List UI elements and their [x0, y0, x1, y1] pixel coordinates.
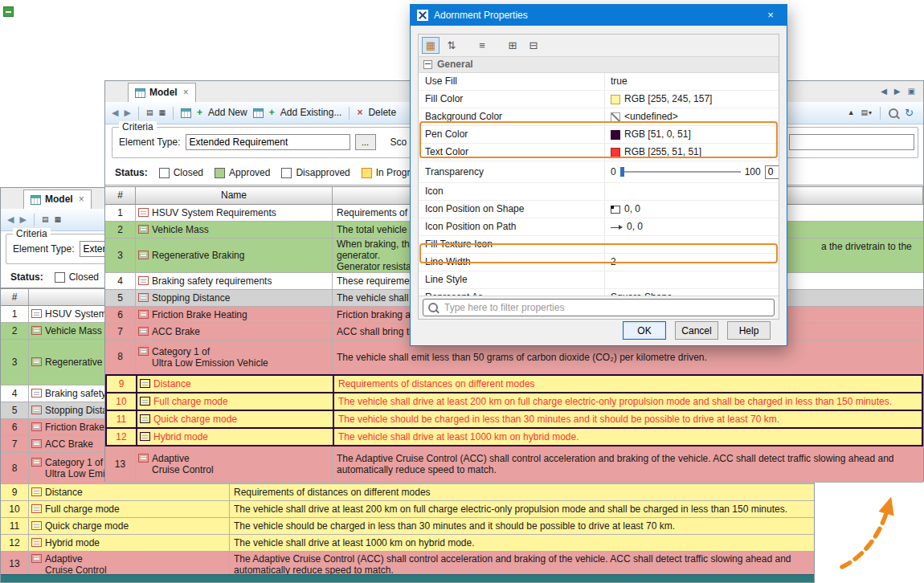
- row-text-cell[interactable]: The Adaptive Cruise Control (ACC) shall …: [333, 446, 923, 482]
- group-header-general[interactable]: General: [419, 57, 779, 73]
- cancel-button[interactable]: Cancel: [675, 321, 718, 340]
- back-icon[interactable]: ◀: [112, 108, 118, 118]
- add-existing-button[interactable]: Add Existing...: [280, 107, 342, 118]
- row-name-cell[interactable]: Hybrid mode: [29, 535, 230, 551]
- status-disapproved-checkbox[interactable]: [281, 168, 292, 178]
- table-row-adorned[interactable]: 10 Full charge mode The vehicle shall dr…: [105, 392, 923, 410]
- property-value[interactable]: 0, 0: [605, 201, 779, 218]
- table-row-adorned[interactable]: 9 Distance Requirements of distances on …: [105, 374, 923, 392]
- property-value[interactable]: true: [605, 73, 779, 90]
- property-row-icon[interactable]: Icon: [419, 183, 779, 201]
- delete-button[interactable]: Delete: [368, 107, 396, 118]
- transparency-slider[interactable]: [620, 166, 741, 177]
- row-text-cell[interactable]: The vehicle shall drive at least 1000 km…: [334, 429, 922, 445]
- row-text-cell[interactable]: The vehicle should be charged in less th…: [334, 411, 922, 427]
- categorized-view-button[interactable]: ▦: [422, 37, 440, 54]
- row-text-cell[interactable]: The vehicle shall drive at least 200 km …: [230, 501, 814, 517]
- search-icon[interactable]: [889, 108, 898, 118]
- property-row-text-color[interactable]: Text Color RGB [255, 51, 51]: [419, 144, 779, 161]
- forward-icon[interactable]: ▶: [124, 108, 130, 118]
- status-in-progress-checkbox[interactable]: [362, 168, 372, 178]
- property-row-background-color[interactable]: Background Color <undefined>: [419, 108, 779, 126]
- header-number[interactable]: #: [1, 289, 29, 305]
- table-row-adorned[interactable]: 11 Quick charge mode The vehicle should …: [105, 410, 923, 427]
- expand-all-button[interactable]: ⊞: [504, 37, 521, 54]
- table-row[interactable]: 12 Hybrid mode The vehicle shall drive a…: [1, 535, 814, 552]
- w2-tab-model[interactable]: Model ×: [128, 83, 196, 102]
- transparency-value-input[interactable]: [765, 165, 779, 179]
- property-row-represent-as[interactable]: Represent As Square Shape: [419, 289, 779, 296]
- row-text-cell[interactable]: Requirements of distances on different m…: [230, 484, 814, 500]
- row-name-cell[interactable]: Quick charge mode: [29, 518, 230, 534]
- property-value[interactable]: [605, 183, 779, 200]
- property-value[interactable]: [605, 271, 779, 288]
- row-name-cell[interactable]: Braking safety requirements: [136, 273, 333, 289]
- back-icon[interactable]: ◀: [7, 214, 14, 225]
- row-name-cell[interactable]: Distance: [137, 376, 334, 392]
- row-text-cell[interactable]: The vehicle shall drive at least 200 km …: [334, 393, 922, 410]
- property-row-icon-position-on-shape[interactable]: Icon Position on Shape 0, 0: [419, 201, 779, 218]
- status-closed-checkbox[interactable]: [55, 272, 65, 283]
- filter-properties-input[interactable]: [443, 301, 769, 314]
- ok-button[interactable]: OK: [623, 321, 666, 340]
- table-row[interactable]: 13 Adaptive Cruise Control The Adaptive …: [105, 446, 923, 483]
- property-value[interactable]: <undefined>: [605, 108, 779, 125]
- row-name-cell[interactable]: Regenerative Braking: [136, 238, 333, 272]
- add-new-button[interactable]: Add New: [208, 107, 247, 118]
- w1-tab-model[interactable]: Model ×: [23, 190, 92, 209]
- header-name[interactable]: Name: [136, 187, 333, 204]
- tab-list-icon[interactable]: ▣: [908, 87, 915, 96]
- property-value[interactable]: [605, 236, 779, 253]
- row-name-cell[interactable]: Adaptive Cruise Control: [136, 446, 333, 482]
- row-name-cell[interactable]: Stopping Distance: [136, 290, 333, 306]
- property-value[interactable]: 0 100: [605, 161, 779, 182]
- filter-box[interactable]: [423, 299, 775, 316]
- table-row[interactable]: 9 Distance Requirements of distances on …: [1, 484, 814, 501]
- property-value[interactable]: RGB [255, 245, 157]: [605, 91, 779, 108]
- w2-element-type-input[interactable]: [186, 134, 350, 150]
- property-row-icon-position-on-path[interactable]: Icon Position on Path 0, 0: [419, 218, 779, 236]
- property-value[interactable]: 0, 0: [605, 218, 779, 235]
- row-name-cell[interactable]: Full charge mode: [29, 501, 230, 517]
- show-description-button[interactable]: ≡: [473, 37, 491, 54]
- row-name-cell[interactable]: Vehicle Mass: [136, 222, 333, 238]
- property-row-fill-color[interactable]: Fill Color RGB [255, 245, 157]: [419, 91, 779, 108]
- row-text-cell[interactable]: Requirements of distances on different m…: [334, 376, 922, 392]
- refresh-icon[interactable]: ↻: [905, 107, 914, 120]
- row-name-cell[interactable]: Adaptive Cruise Control: [29, 552, 230, 577]
- dialog-close-button[interactable]: ×: [754, 5, 787, 26]
- row-name-cell[interactable]: Distance: [29, 484, 230, 500]
- collapse-toolbar-icon[interactable]: ▲: [848, 108, 855, 117]
- status-closed-checkbox[interactable]: [159, 168, 170, 178]
- row-text-cell[interactable]: The vehicle should be charged in less th…: [230, 518, 814, 534]
- status-approved-checkbox[interactable]: [215, 168, 225, 178]
- row-name-cell[interactable]: Category 1 of Ultra Low Emission Vehicle: [136, 340, 333, 373]
- row-text-cell[interactable]: The Adaptive Cruise Control (ACC) shall …: [230, 552, 814, 577]
- property-row-line-width[interactable]: Line Width 2: [419, 254, 779, 271]
- property-row-pen-color[interactable]: Pen Color RGB [51, 0, 51]: [419, 126, 779, 144]
- dialog-titlebar[interactable]: Adornment Properties ×: [411, 5, 787, 26]
- browse-element-type-button[interactable]: ...: [355, 134, 376, 150]
- scope-input[interactable]: [789, 134, 914, 150]
- prev-tab-icon[interactable]: ◀: [881, 87, 887, 96]
- next-tab-icon[interactable]: ▶: [894, 87, 901, 96]
- containment-icon[interactable]: ▤: [146, 108, 153, 117]
- property-row-line-style[interactable]: Line Style: [419, 271, 779, 289]
- property-value[interactable]: RGB [51, 0, 51]: [605, 126, 779, 143]
- row-name-cell[interactable]: Friction Brake Heating: [136, 307, 333, 323]
- property-value[interactable]: 2: [605, 254, 779, 271]
- columns-icon[interactable]: ▦: [158, 108, 166, 117]
- view-options-button[interactable]: ▤▾: [861, 108, 873, 117]
- property-value[interactable]: RGB [255, 51, 51]: [605, 144, 779, 161]
- property-row-use-fill[interactable]: Use Fill true: [419, 73, 779, 91]
- w2-tab-close-icon[interactable]: ×: [183, 87, 189, 98]
- help-button[interactable]: Help: [727, 321, 771, 340]
- collapse-group-icon[interactable]: [423, 60, 432, 69]
- w1-tab-close-icon[interactable]: ×: [79, 194, 84, 205]
- forward-icon[interactable]: ▶: [19, 214, 26, 225]
- property-value[interactable]: Square Shape: [605, 289, 779, 296]
- row-text-cell[interactable]: The vehicle shall drive at least 1000 km…: [230, 535, 814, 551]
- property-row-transparency[interactable]: Transparency 0 100: [419, 161, 779, 183]
- row-name-cell[interactable]: Quick charge mode: [137, 411, 334, 427]
- collapse-all-button[interactable]: ⊟: [525, 37, 542, 54]
